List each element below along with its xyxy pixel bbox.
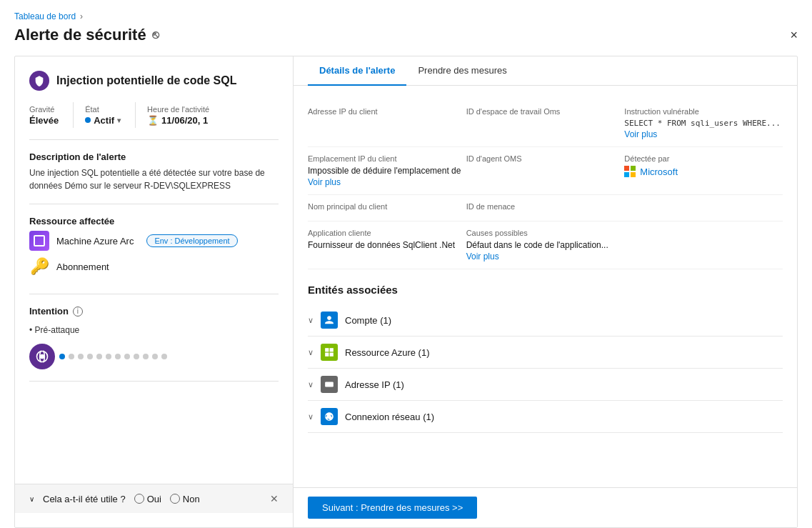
detail-oms-workspace: ID d'espace de travail Oms (466, 100, 625, 147)
details-grid: Adresse IP du client ID d'espace de trav… (308, 100, 783, 269)
voir-plus-causes[interactable]: Voir plus (466, 251, 625, 261)
page-title-text: Alerte de sécurité (14, 26, 146, 44)
entities-title: Entités associées (308, 284, 783, 296)
intention-section: Intention i • Pré-attaque (29, 306, 279, 382)
status-value[interactable]: Actif ▾ (85, 115, 121, 126)
chain-dot (59, 354, 65, 359)
chain-dot (87, 354, 93, 359)
page-title-row: Alerte de sécurité ⎋ (14, 26, 159, 44)
feedback-oui[interactable]: Oui (134, 494, 161, 504)
entity-connexion[interactable]: ∨ Connexion réseau (1) (308, 401, 783, 433)
tab-actions[interactable]: Prendre des mesures (406, 56, 518, 86)
entities-section: Entités associées ∨ Compte (1) ∨ Re (308, 284, 783, 433)
feedback-close-button[interactable]: ✕ (270, 493, 279, 504)
chain-dot (69, 354, 74, 359)
entity-adresse[interactable]: ∨ Adresse IP (1) (308, 369, 783, 401)
page-header: Alerte de sécurité ⎋ × (14, 26, 798, 44)
ms-logo-squares (624, 166, 636, 177)
tab-details[interactable]: Détails de l'alerte (308, 56, 406, 86)
severity-meta: Gravité Élevée (29, 105, 73, 126)
entity-ressource[interactable]: ∨ Ressource Azure (1) (308, 337, 783, 369)
intention-bullet: • Pré-attaque (29, 325, 79, 335)
radio-non-circle (170, 494, 180, 504)
status-text: Actif (94, 115, 114, 126)
detail-detected-by-label: Détectée par (624, 154, 783, 163)
detail-oms-workspace-label: ID d'espace de travail Oms (466, 107, 625, 116)
svg-rect-2 (325, 348, 329, 352)
subscription-row: 🔑 Abonnement (29, 256, 279, 277)
kill-chain (29, 344, 279, 369)
env-badge: Env : Développement (146, 234, 237, 247)
main-content: Injection potentielle de code SQL Gravit… (14, 56, 798, 528)
detail-location: Emplacement IP du client Impossible de d… (308, 147, 466, 195)
status-dropdown-arrow[interactable]: ▾ (117, 116, 121, 124)
chain-dot (106, 354, 111, 359)
feedback-non-label: Non (183, 494, 200, 504)
feedback-chevron[interactable]: ∨ (29, 495, 34, 503)
detail-instruction-value: SELECT * FROM sqli_users WHERE... (624, 119, 783, 128)
chain-dot (96, 354, 102, 359)
intention-info-icon[interactable]: i (73, 307, 83, 317)
alert-title-row: Injection potentielle de code SQL (29, 71, 279, 91)
feedback-bar: ∨ Cela a-t-il été utile ? Oui Non ✕ (15, 484, 293, 513)
detail-empty2 (624, 221, 783, 269)
svg-rect-9 (331, 384, 333, 384)
resource-row: Machine Azure Arc Env : Développement (29, 231, 279, 251)
feedback-question: Cela a-t-il été utile ? (43, 494, 126, 504)
detail-instruction: Instruction vulnérable SELECT * FROM sql… (624, 100, 783, 147)
chain-icon (29, 344, 55, 369)
time-label: Heure de l'activité (147, 105, 209, 114)
chain-dot (134, 354, 139, 359)
left-panel: Injection potentielle de code SQL Gravit… (15, 56, 294, 527)
subscription-label: Abonnement (56, 261, 109, 272)
feedback-oui-label: Oui (147, 494, 161, 504)
resource-section: Ressource affectée Machine Azure Arc Env… (29, 216, 279, 294)
status-meta: État Actif ▾ (85, 105, 135, 126)
svg-point-0 (40, 354, 45, 359)
breadcrumb-link[interactable]: Tableau de bord (14, 11, 76, 21)
entity-connexion-chevron: ∨ (308, 412, 314, 422)
detail-principal-label: Nom principal du client (308, 202, 466, 211)
feedback-non[interactable]: Non (170, 494, 200, 504)
alert-meta: Gravité Élevée État Actif ▾ Heure de l'a… (29, 102, 279, 140)
voir-plus-instruction[interactable]: Voir plus (624, 129, 783, 139)
status-dot (85, 117, 91, 123)
microsoft-logo: Microsoft (624, 166, 783, 177)
intention-title: Intention (29, 306, 69, 317)
azure-arc-icon (29, 231, 49, 251)
svg-rect-10 (331, 385, 333, 386)
alert-title: Injection potentielle de code SQL (56, 74, 236, 87)
detail-location-value: Impossible de déduire l'emplacement de (308, 166, 466, 176)
chain-dot (152, 354, 158, 359)
resource-title: Ressource affectée (29, 216, 279, 226)
entity-compte-chevron: ∨ (308, 316, 314, 325)
svg-rect-4 (325, 353, 329, 357)
description-title: Description de l'alerte (29, 151, 279, 162)
entity-ressource-label: Ressource Azure (1) (345, 347, 430, 358)
description-section: Description de l'alerte Une injection SQ… (29, 151, 279, 204)
entity-adresse-label: Adresse IP (1) (345, 379, 404, 390)
detail-app: Application cliente Fournisseur de donné… (308, 221, 466, 269)
tabs-row: Détails de l'alerte Prendre des mesures (294, 56, 797, 86)
next-button[interactable]: Suivant : Prendre des mesures >> (308, 497, 477, 519)
ms-sq-blue (624, 172, 629, 177)
entity-connexion-label: Connexion réseau (1) (345, 412, 434, 422)
detail-oms-agent: ID d'agent OMS (466, 147, 625, 195)
adresse-ip-icon (321, 376, 338, 393)
voir-plus-location[interactable]: Voir plus (308, 177, 466, 187)
entity-adresse-chevron: ∨ (308, 380, 314, 389)
resource-name: Machine Azure Arc (56, 236, 134, 246)
close-button[interactable]: × (790, 28, 798, 43)
entity-compte[interactable]: ∨ Compte (1) (308, 304, 783, 337)
pin-icon[interactable]: ⎋ (152, 29, 159, 41)
detail-causes: Causes possibles Défaut dans le code de … (466, 221, 625, 269)
chain-dot (78, 354, 84, 359)
detail-causes-value: Défaut dans le code de l'application... (466, 240, 625, 250)
svg-rect-5 (330, 353, 334, 357)
detail-app-label: Application cliente (308, 229, 466, 237)
chain-dot (115, 354, 121, 359)
radio-oui-circle (134, 494, 144, 504)
status-label: État (85, 105, 121, 114)
detail-ip-client-label: Adresse IP du client (308, 107, 466, 116)
clock-icon: ⏳ (147, 115, 159, 126)
